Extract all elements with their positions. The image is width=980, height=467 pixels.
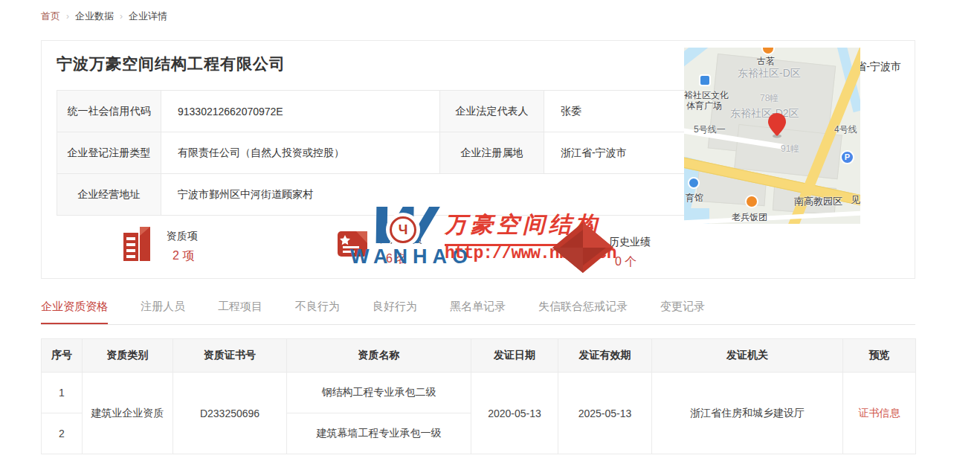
- tab-change-records[interactable]: 变更记录: [660, 300, 705, 324]
- map-poi-restaurant-icon: [745, 195, 758, 208]
- cell-cert-no: D233250696: [173, 373, 287, 454]
- tab-bad-behavior[interactable]: 不良行为: [295, 300, 340, 324]
- qualification-table: 序号 资质类别 资质证书号 资质名称 发证日期 发证有效期 发证机关 预览 1 …: [41, 338, 916, 454]
- stat-history-value: 0 个: [609, 254, 651, 270]
- credit-code-label: 统一社会信用代码: [57, 91, 161, 132]
- map-label-line5: 5号线一: [694, 123, 726, 136]
- cell-valid-until: 2025-05-13: [558, 373, 652, 454]
- building-icon: [122, 225, 156, 263]
- map-poi-shop-icon: [761, 48, 775, 55]
- cell-authority: 浙江省住房和城乡建设厅: [652, 373, 843, 454]
- map-label-restaurant: 老兵饭团: [732, 211, 767, 224]
- map-location-pin[interactable]: [767, 113, 787, 138]
- table-header-row: 序号 资质类别 资质证书号 资质名称 发证日期 发证有效期 发证机关 预览: [42, 339, 916, 373]
- header-seq: 序号: [42, 339, 83, 373]
- map-label-edge: 见心: [851, 193, 860, 207]
- stat-history-performance: 历史业绩 0 个: [552, 222, 651, 270]
- map-poi-culture-icon: [699, 74, 711, 86]
- map-label-gym: 育馆: [686, 192, 703, 204]
- stat-qualifications-value: 2 项: [167, 248, 198, 264]
- map-label-78: 78幢: [760, 92, 778, 105]
- legal-rep-label: 企业法定代表人: [440, 91, 544, 132]
- map-label-culture-2: 体育广场: [686, 100, 722, 112]
- cell-seq: 1: [42, 373, 83, 413]
- reg-type-label: 企业登记注册类型: [57, 132, 161, 174]
- stat-qualifications: 资质项 2 项: [122, 225, 198, 264]
- cell-issue-date: 2020-05-13: [471, 373, 558, 454]
- cell-seq: 2: [42, 413, 83, 454]
- address-label: 企业经营地址: [57, 174, 161, 216]
- map-label-campus: 南高教园区: [794, 195, 842, 208]
- header-name: 资质名称: [287, 339, 471, 373]
- company-info-table: 统一社会信用代码 91330212662070972E 企业法定代表人 张委 企…: [57, 90, 716, 216]
- detail-tabs: 企业资质资格 注册人员 工程项目 不良行为 良好行为 黑名单记录 失信联合惩戒记…: [41, 300, 915, 325]
- breadcrumb-enterprise-data-link[interactable]: 企业数据: [75, 10, 114, 23]
- header-category: 资质类别: [83, 339, 173, 373]
- company-name: 宁波万豪空间结构工程有限公司: [57, 54, 286, 74]
- tab-registered-personnel[interactable]: 注册人员: [141, 300, 185, 324]
- map-parking-icon: P: [840, 150, 854, 164]
- map-label-line4: 4号线: [834, 123, 857, 136]
- location-map[interactable]: P 古茗 东裕社区-D区 78幢 东裕社区-D2区 裕社区文化 体育广场 5号线…: [684, 48, 860, 224]
- address-value: 宁波市鄞州区中河街道顾家村: [161, 174, 716, 216]
- breadcrumb-current: 企业详情: [129, 10, 167, 23]
- breadcrumb-home-link[interactable]: 首页: [41, 10, 60, 23]
- cell-name: 建筑幕墙工程专业承包一级: [287, 413, 471, 454]
- map-poi-gym-icon: [688, 177, 700, 189]
- diamond-icon: [552, 222, 613, 276]
- reg-type-value: 有限责任公司（自然人投资或控股）: [161, 132, 440, 174]
- cell-category: 建筑业企业资质: [83, 373, 173, 454]
- cell-name: 钢结构工程专业承包二级: [287, 373, 471, 413]
- header-authority: 发证机关: [652, 339, 843, 373]
- breadcrumb-separator-icon: ›: [66, 11, 69, 22]
- header-preview: 预览: [843, 339, 916, 373]
- map-label-district-d2: 东裕社区-D2区: [730, 107, 799, 120]
- map-label-91: 91幢: [781, 143, 799, 155]
- breadcrumb-separator-icon: ›: [120, 11, 123, 22]
- tab-good-behavior[interactable]: 良好行为: [373, 300, 417, 324]
- table-row: 1 建筑业企业资质 D233250696 钢结构工程专业承包二级 2020-05…: [42, 373, 916, 413]
- header-valid-until: 发证有效期: [558, 339, 652, 373]
- stat-personnel-value: 6 名: [380, 251, 422, 267]
- stat-history-label: 历史业绩: [609, 236, 651, 249]
- header-cert-no: 资质证书号: [173, 339, 287, 373]
- certificate-info-link[interactable]: 证书信息: [843, 373, 916, 454]
- map-label-shop: 古茗: [757, 55, 775, 68]
- credit-code-value: 91330212662070972E: [161, 91, 440, 132]
- stat-registered-personnel: 注册人员 6 名: [337, 228, 422, 267]
- map-road: [684, 210, 860, 224]
- certificate-icon: [337, 228, 370, 260]
- tab-blacklist[interactable]: 黑名单记录: [450, 300, 506, 324]
- stat-personnel-label: 注册人员: [380, 233, 422, 246]
- tab-dishonesty[interactable]: 失信联合惩戒记录: [538, 300, 628, 324]
- breadcrumb: 首页 › 企业数据 › 企业详情: [41, 10, 167, 23]
- stat-qualifications-label: 资质项: [167, 230, 198, 243]
- tab-qualifications[interactable]: 企业资质资格: [41, 300, 108, 324]
- map-label-district-d: 东裕社区-D区: [738, 67, 801, 80]
- reg-region-label: 企业注册属地: [440, 132, 544, 174]
- header-issue-date: 发证日期: [471, 339, 558, 373]
- enterprise-detail-page: 首页 › 企业数据 › 企业详情 宁波万豪空间结构工程有限公司 浙江省-宁波市 …: [0, 0, 980, 467]
- tab-projects[interactable]: 工程项目: [218, 300, 262, 324]
